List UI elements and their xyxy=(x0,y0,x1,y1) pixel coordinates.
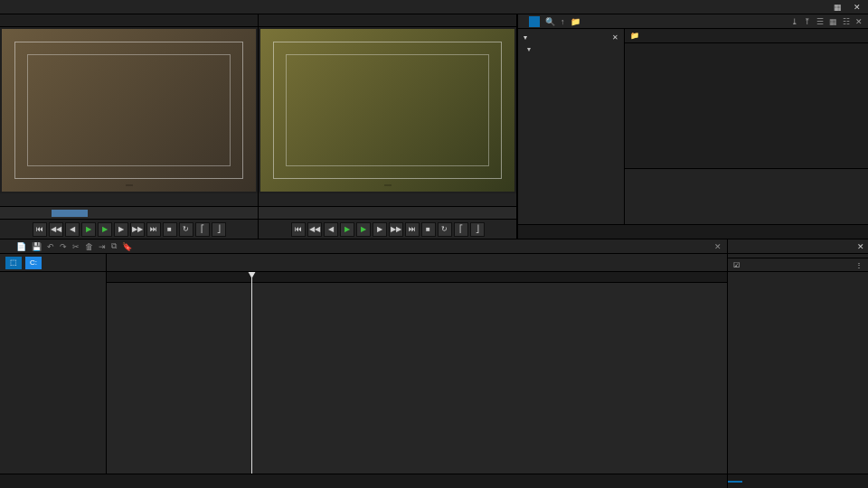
up-icon[interactable]: ↑ xyxy=(561,17,565,26)
record-monitor-info xyxy=(259,193,516,206)
tl-undo-icon[interactable]: ↶ xyxy=(47,242,54,251)
tl-close-icon[interactable]: ✕ xyxy=(714,242,722,251)
source-scrub[interactable] xyxy=(0,206,258,219)
rec-loop-icon[interactable]: ↻ xyxy=(438,222,452,237)
info-close-icon[interactable]: ✕ xyxy=(857,242,864,251)
record-monitor: ⏮ ◀◀ ◀ ▶ ▶ ▶ ▶▶ ⏭ ■ ↻ ⎡ ⎦ xyxy=(259,14,517,239)
src-step-back-icon[interactable]: ◀◀ xyxy=(49,222,63,237)
rec-play-loop-icon[interactable]: ▶ xyxy=(356,222,371,237)
src-play-loop-icon[interactable]: ▶ xyxy=(98,222,112,237)
source-tc xyxy=(126,184,133,186)
information-panel: ✕ ☑ ⋮ xyxy=(727,239,868,488)
source-transport: ⏮ ◀◀ ◀ ▶ ▶ ▶ ▶▶ ⏭ ■ ↻ ⎡ ⎦ xyxy=(0,219,258,239)
bin-tabs xyxy=(518,224,868,239)
info-tabs xyxy=(728,474,868,488)
tl-ripple-icon[interactable]: ⇥ xyxy=(99,242,106,251)
rec-mark-in-icon[interactable]: ⎡ xyxy=(454,222,468,237)
tl-new-icon[interactable]: 📄 xyxy=(16,242,26,251)
tl-cut-icon[interactable]: ✂ xyxy=(72,242,80,251)
mode-overwrite-button[interactable]: C: xyxy=(25,257,42,269)
bin-panel: 🔍 ↑ 📁 ⤓ ⤒ ☰ ▦ ☷ ✕ ▾✕ ▾ 📁 xyxy=(517,14,868,239)
effects-header: ☑ ⋮ xyxy=(728,258,868,272)
tl-marker-icon[interactable]: 🔖 xyxy=(122,242,132,251)
tab-information[interactable] xyxy=(728,481,742,483)
sequence-tabs xyxy=(107,254,727,271)
tl-save-icon[interactable]: 💾 xyxy=(32,242,42,251)
effects-menu-icon[interactable]: ⋮ xyxy=(855,261,863,269)
folder-icon[interactable] xyxy=(529,16,540,27)
record-monitor-view[interactable] xyxy=(260,29,514,192)
track-area[interactable] xyxy=(107,272,727,474)
src-mark-in-icon[interactable]: ⎡ xyxy=(195,222,210,237)
src-step-fwd-icon[interactable]: ▶▶ xyxy=(130,222,145,237)
record-scrub[interactable] xyxy=(259,206,516,219)
rec-goto-end-icon[interactable]: ⏭ xyxy=(405,222,420,237)
source-monitor-title xyxy=(0,14,258,27)
list-icon[interactable]: ☷ xyxy=(843,17,850,26)
tl-redo-icon[interactable]: ↷ xyxy=(60,242,67,251)
source-monitor-info xyxy=(0,193,258,206)
close-icon[interactable]: ✕ xyxy=(852,2,863,13)
layout-icon[interactable]: ▦ xyxy=(832,2,843,13)
tl-delete-icon[interactable]: 🗑 xyxy=(85,242,93,251)
rec-play-icon[interactable]: ▶ xyxy=(340,222,354,237)
effects-list xyxy=(728,272,868,276)
rec-step-back-icon[interactable]: ◀◀ xyxy=(307,222,322,237)
search-icon[interactable]: 🔍 xyxy=(545,17,555,26)
src-goto-start-icon[interactable]: ⏮ xyxy=(33,222,47,237)
folder-root[interactable]: ▾ xyxy=(518,43,624,54)
rec-frame-back-icon[interactable]: ◀ xyxy=(324,222,338,237)
export-icon[interactable]: ⤒ xyxy=(804,17,811,26)
thumbs-icon[interactable]: ▦ xyxy=(829,17,837,26)
mode-insert-button[interactable]: ⬚ xyxy=(5,257,22,269)
rec-step-fwd-icon[interactable]: ▶▶ xyxy=(389,222,403,237)
src-frame-back-icon[interactable]: ◀ xyxy=(65,222,80,237)
rec-stop-icon[interactable]: ■ xyxy=(421,222,436,237)
src-mark-out-icon[interactable]: ⎦ xyxy=(212,222,226,237)
info-header: ✕ xyxy=(728,239,868,254)
property-table xyxy=(625,168,868,224)
timeline-second-bar: ⬚ C: xyxy=(0,254,727,272)
lower-region: 📄 💾 ↶ ↷ ✂ 🗑 ⇥ ⧉ 🔖 ✕ ⬚ C: xyxy=(0,239,868,488)
timeline-ruler[interactable] xyxy=(107,272,727,283)
bin-close-icon[interactable]: ✕ xyxy=(855,17,863,26)
folder-tree[interactable]: ▾✕ ▾ xyxy=(518,29,625,224)
bin-content: 📁 xyxy=(625,29,868,224)
src-stop-icon[interactable]: ■ xyxy=(163,222,177,237)
upper-region: ⏮ ◀◀ ◀ ▶ ▶ ▶ ▶▶ ⏭ ■ ↻ ⎡ ⎦ ⏮ xyxy=(0,14,868,239)
rec-goto-start-icon[interactable]: ⏮ xyxy=(291,222,306,237)
import-icon[interactable]: ⤓ xyxy=(791,17,798,26)
bin-breadcrumb: 📁 xyxy=(625,29,868,43)
menubar: ▦ ✕ xyxy=(0,0,868,14)
rec-frame-fwd-icon[interactable]: ▶ xyxy=(373,222,387,237)
record-monitor-title xyxy=(259,14,516,27)
timeline-panel: 📄 💾 ↶ ↷ ✂ 🗑 ⇥ ⧉ 🔖 ✕ ⬚ C: xyxy=(0,239,727,488)
thumbnail-grid[interactable] xyxy=(625,43,868,168)
record-tc xyxy=(384,184,392,186)
new-folder-icon[interactable]: 📁 xyxy=(571,17,580,26)
playhead[interactable] xyxy=(251,272,252,474)
timeline-status-bar xyxy=(0,474,727,488)
src-goto-end-icon[interactable]: ⏭ xyxy=(146,222,161,237)
source-monitor: ⏮ ◀◀ ◀ ▶ ▶ ▶ ▶▶ ⏭ ■ ↻ ⎡ ⎦ xyxy=(0,14,259,239)
folder-header: ▾✕ xyxy=(518,32,624,43)
src-loop-icon[interactable]: ↻ xyxy=(179,222,193,237)
tl-group-icon[interactable]: ⧉ xyxy=(111,241,117,251)
src-frame-fwd-icon[interactable]: ▶ xyxy=(114,222,128,237)
timeline-toolbar: 📄 💾 ↶ ↷ ✂ 🗑 ⇥ ⧉ 🔖 ✕ xyxy=(0,239,727,254)
timeline-tracks xyxy=(0,272,727,474)
track-headers xyxy=(0,272,107,474)
record-transport: ⏮ ◀◀ ◀ ▶ ▶ ▶ ▶▶ ⏭ ■ ↻ ⎡ ⎦ xyxy=(259,219,516,239)
bin-toolbar: 🔍 ↑ 📁 ⤓ ⤒ ☰ ▦ ☷ ✕ xyxy=(518,14,868,29)
source-monitor-view[interactable] xyxy=(2,29,256,192)
src-play-icon[interactable]: ▶ xyxy=(81,222,96,237)
folder-path-icon[interactable]: 📁 xyxy=(630,32,639,40)
rec-mark-out-icon[interactable]: ⎦ xyxy=(470,222,485,237)
properties-icon[interactable]: ☰ xyxy=(816,17,824,26)
